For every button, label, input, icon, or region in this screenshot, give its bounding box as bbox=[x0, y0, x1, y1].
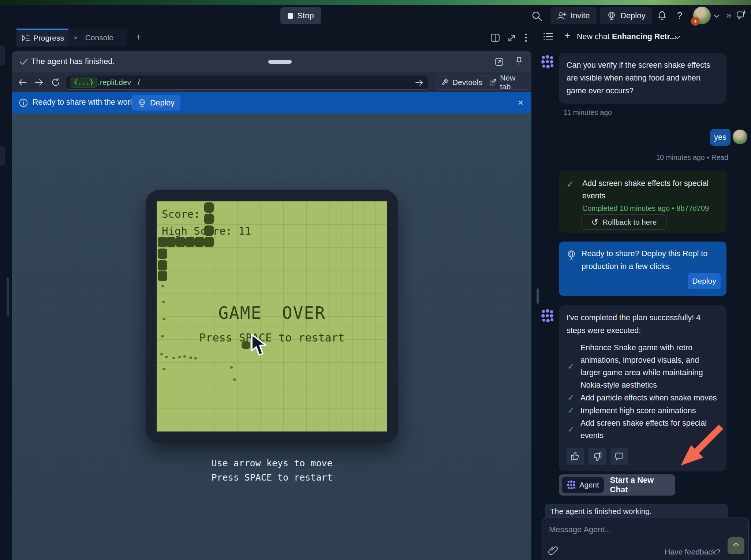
split-pane-icon[interactable] bbox=[490, 33, 500, 42]
attach-paperclip-icon[interactable] bbox=[548, 545, 558, 556]
checkpoint-title: Add screen shake effects for special eve… bbox=[582, 177, 718, 202]
agent-message: Can you verify if the screen shake effec… bbox=[559, 53, 726, 104]
tab-console-label: Console bbox=[85, 33, 113, 42]
particle bbox=[162, 301, 165, 303]
checkpoint-card: ✓ Add screen shake effects for special e… bbox=[559, 171, 726, 233]
deploy-button[interactable]: Deploy bbox=[600, 7, 652, 24]
comment-button[interactable] bbox=[610, 448, 628, 465]
browser-toolbar: {...} .replit.dev / Devtools New tab bbox=[12, 72, 531, 92]
deploy-label: Deploy bbox=[620, 11, 645, 20]
message-input[interactable] bbox=[549, 525, 706, 534]
account-chevron-down-icon[interactable] bbox=[714, 14, 720, 18]
message-composer: Have feedback? bbox=[542, 518, 749, 560]
deploy-banner-text: Ready to share with the world? bbox=[33, 98, 141, 107]
reload-icon[interactable] bbox=[51, 78, 60, 87]
summary-step: ✓ Enhance Snake game with retro animatio… bbox=[567, 341, 719, 391]
open-in-pane-icon[interactable] bbox=[494, 57, 504, 67]
back-icon[interactable] bbox=[18, 78, 27, 87]
check-icon: ✓ bbox=[566, 179, 574, 190]
rollback-button[interactable]: ↺ Rollback to here bbox=[582, 214, 666, 230]
dock-tab-collapsed[interactable] bbox=[0, 146, 5, 165]
collapse-chevrons-icon[interactable]: » bbox=[726, 10, 731, 21]
url-path: / bbox=[138, 78, 140, 87]
avatar[interactable]: ✦ bbox=[693, 7, 711, 24]
deploy-promo-button[interactable]: Deploy bbox=[688, 273, 721, 289]
banner-deploy-button[interactable]: Deploy bbox=[132, 95, 180, 111]
app-window: Stop Invite Deploy ? ✦ » bbox=[0, 0, 751, 560]
stop-button[interactable]: Stop bbox=[280, 7, 321, 24]
wrench-icon bbox=[441, 78, 449, 86]
new-chat-pane-icon[interactable] bbox=[736, 10, 747, 20]
kebab-menu-icon[interactable] bbox=[524, 33, 527, 44]
check-icon bbox=[19, 58, 28, 66]
particle bbox=[230, 366, 233, 369]
start-new-chat-button[interactable]: Agent Start a New Chat bbox=[559, 474, 675, 496]
devtools-button[interactable]: Devtools bbox=[436, 75, 488, 90]
tab-console[interactable]: >_ Console bbox=[68, 29, 127, 46]
info-icon bbox=[19, 98, 28, 108]
check-icon: ✓ bbox=[567, 404, 575, 417]
url-bar[interactable]: {...} .replit.dev / bbox=[66, 75, 428, 90]
notifications-bell-icon[interactable] bbox=[657, 10, 668, 21]
particle bbox=[183, 355, 186, 358]
deploy-globe-icon bbox=[138, 98, 146, 107]
snake-segment bbox=[158, 249, 167, 259]
game-screen[interactable]: Score: 1 High Score: 11 GAME OVER Press … bbox=[157, 201, 387, 432]
newtab-label: New tab bbox=[500, 74, 526, 91]
go-arrow-icon[interactable] bbox=[415, 79, 423, 87]
new-chat-link[interactable]: New chat bbox=[577, 32, 610, 41]
summary-intro: I've completed the plan successfully! 4 … bbox=[567, 311, 719, 337]
dock-tab-collapsed[interactable] bbox=[0, 45, 5, 65]
have-feedback-link[interactable]: Have feedback? bbox=[652, 548, 720, 556]
help-icon[interactable]: ? bbox=[677, 10, 682, 21]
agent-status-bar: The agent has finished. bbox=[12, 51, 531, 72]
forward-icon[interactable] bbox=[34, 78, 44, 87]
snake-segment bbox=[158, 260, 167, 270]
panel-resize-handle[interactable] bbox=[537, 288, 539, 304]
dock-scrollbar[interactable] bbox=[7, 277, 9, 316]
banner-close-icon[interactable]: × bbox=[518, 97, 523, 108]
new-tab-plus-icon[interactable]: + bbox=[136, 31, 142, 43]
particle bbox=[165, 356, 168, 358]
particle bbox=[161, 285, 164, 287]
user-message-text: yes bbox=[714, 133, 726, 142]
snake-segment bbox=[195, 237, 204, 247]
external-link-icon bbox=[489, 78, 497, 86]
url-repl-chip: {...} bbox=[71, 78, 97, 87]
snake-segment bbox=[176, 237, 185, 247]
deploy-banner: Ready to share with the world? Deploy × bbox=[12, 92, 531, 113]
search-icon[interactable] bbox=[531, 11, 542, 22]
agent-logo-icon bbox=[541, 309, 554, 323]
thumbs-down-button[interactable] bbox=[589, 448, 606, 465]
particle bbox=[160, 353, 163, 355]
thumbs-up-button[interactable] bbox=[567, 448, 584, 465]
agent-logo-icon bbox=[567, 480, 576, 490]
pin-icon[interactable] bbox=[514, 57, 524, 66]
particle bbox=[189, 356, 192, 359]
deploy-globe-icon bbox=[566, 250, 576, 260]
check-icon: ✓ bbox=[567, 391, 575, 404]
snake-segment bbox=[185, 237, 195, 247]
new-chat-plus-icon[interactable]: + bbox=[564, 30, 570, 41]
game-restart-text: Press SPACE to restart bbox=[157, 331, 387, 344]
user-message: yes bbox=[710, 129, 731, 146]
expand-pane-icon[interactable] bbox=[507, 34, 516, 42]
food-block bbox=[242, 341, 250, 349]
drag-handle[interactable] bbox=[268, 60, 292, 64]
chat-history-list-icon[interactable] bbox=[543, 32, 553, 41]
summary-step: ✓ Implement high score animations bbox=[567, 404, 719, 417]
send-button[interactable] bbox=[728, 537, 744, 554]
particle bbox=[178, 356, 181, 358]
thread-title[interactable]: Enhancing Retr... bbox=[612, 32, 676, 41]
banner-deploy-label: Deploy bbox=[150, 98, 175, 108]
particle bbox=[162, 368, 165, 370]
invite-button[interactable]: Invite bbox=[550, 7, 597, 24]
browser-viewport: Score: 1 High Score: 11 GAME OVER Press … bbox=[12, 113, 531, 560]
rollback-icon: ↺ bbox=[591, 217, 598, 227]
mouse-cursor bbox=[250, 334, 270, 357]
particle bbox=[172, 357, 175, 359]
snake-segment bbox=[166, 237, 176, 247]
new-tab-button[interactable]: New tab bbox=[484, 75, 531, 90]
thread-chevron-down-icon[interactable] bbox=[674, 35, 681, 40]
particle bbox=[161, 335, 164, 337]
